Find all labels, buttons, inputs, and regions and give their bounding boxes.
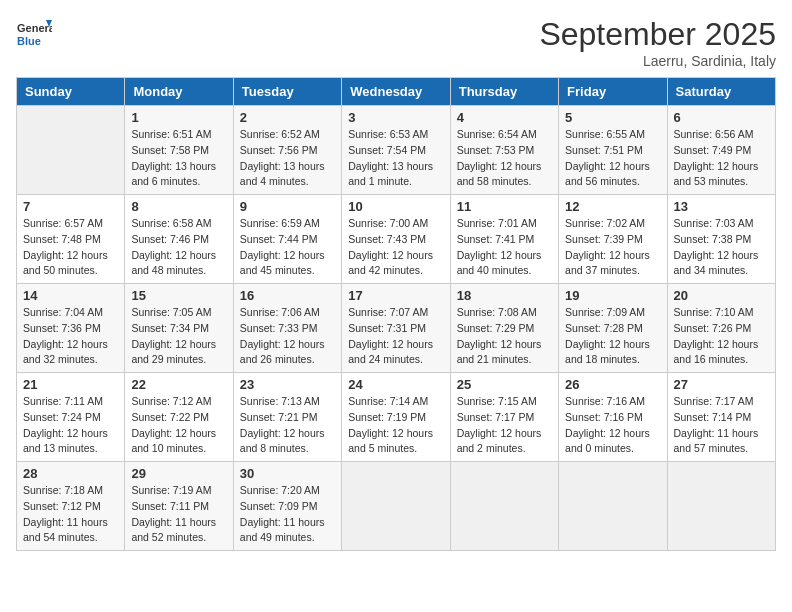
- calendar-cell: 12Sunrise: 7:02 AMSunset: 7:39 PMDayligh…: [559, 195, 667, 284]
- day-info: Sunrise: 6:52 AMSunset: 7:56 PMDaylight:…: [240, 127, 335, 190]
- day-info: Sunrise: 7:17 AMSunset: 7:14 PMDaylight:…: [674, 394, 769, 457]
- day-info: Sunrise: 7:19 AMSunset: 7:11 PMDaylight:…: [131, 483, 226, 546]
- calendar-cell: [17, 106, 125, 195]
- calendar-cell: 9Sunrise: 6:59 AMSunset: 7:44 PMDaylight…: [233, 195, 341, 284]
- calendar-cell: 3Sunrise: 6:53 AMSunset: 7:54 PMDaylight…: [342, 106, 450, 195]
- calendar-cell: 25Sunrise: 7:15 AMSunset: 7:17 PMDayligh…: [450, 373, 558, 462]
- day-number: 27: [674, 377, 769, 392]
- day-number: 2: [240, 110, 335, 125]
- day-number: 14: [23, 288, 118, 303]
- day-info: Sunrise: 7:03 AMSunset: 7:38 PMDaylight:…: [674, 216, 769, 279]
- day-number: 8: [131, 199, 226, 214]
- day-info: Sunrise: 7:06 AMSunset: 7:33 PMDaylight:…: [240, 305, 335, 368]
- header-cell-thursday: Thursday: [450, 78, 558, 106]
- day-info: Sunrise: 7:10 AMSunset: 7:26 PMDaylight:…: [674, 305, 769, 368]
- calendar-cell: 1Sunrise: 6:51 AMSunset: 7:58 PMDaylight…: [125, 106, 233, 195]
- calendar-cell: 18Sunrise: 7:08 AMSunset: 7:29 PMDayligh…: [450, 284, 558, 373]
- day-number: 11: [457, 199, 552, 214]
- calendar-cell: [559, 462, 667, 551]
- calendar-cell: 10Sunrise: 7:00 AMSunset: 7:43 PMDayligh…: [342, 195, 450, 284]
- day-number: 25: [457, 377, 552, 392]
- day-info: Sunrise: 6:53 AMSunset: 7:54 PMDaylight:…: [348, 127, 443, 190]
- header-cell-tuesday: Tuesday: [233, 78, 341, 106]
- calendar-cell: [450, 462, 558, 551]
- calendar-header-row: SundayMondayTuesdayWednesdayThursdayFrid…: [17, 78, 776, 106]
- day-info: Sunrise: 6:58 AMSunset: 7:46 PMDaylight:…: [131, 216, 226, 279]
- day-number: 17: [348, 288, 443, 303]
- svg-text:Blue: Blue: [17, 35, 41, 47]
- calendar-week-row: 7Sunrise: 6:57 AMSunset: 7:48 PMDaylight…: [17, 195, 776, 284]
- calendar-cell: 26Sunrise: 7:16 AMSunset: 7:16 PMDayligh…: [559, 373, 667, 462]
- day-number: 18: [457, 288, 552, 303]
- calendar-cell: 14Sunrise: 7:04 AMSunset: 7:36 PMDayligh…: [17, 284, 125, 373]
- month-title: September 2025: [539, 16, 776, 53]
- calendar-cell: 23Sunrise: 7:13 AMSunset: 7:21 PMDayligh…: [233, 373, 341, 462]
- calendar-cell: 22Sunrise: 7:12 AMSunset: 7:22 PMDayligh…: [125, 373, 233, 462]
- header-cell-saturday: Saturday: [667, 78, 775, 106]
- calendar-cell: 16Sunrise: 7:06 AMSunset: 7:33 PMDayligh…: [233, 284, 341, 373]
- day-number: 13: [674, 199, 769, 214]
- day-number: 4: [457, 110, 552, 125]
- calendar-cell: 19Sunrise: 7:09 AMSunset: 7:28 PMDayligh…: [559, 284, 667, 373]
- day-number: 7: [23, 199, 118, 214]
- calendar-week-row: 28Sunrise: 7:18 AMSunset: 7:12 PMDayligh…: [17, 462, 776, 551]
- day-number: 21: [23, 377, 118, 392]
- header-cell-wednesday: Wednesday: [342, 78, 450, 106]
- calendar-cell: 27Sunrise: 7:17 AMSunset: 7:14 PMDayligh…: [667, 373, 775, 462]
- calendar-cell: 29Sunrise: 7:19 AMSunset: 7:11 PMDayligh…: [125, 462, 233, 551]
- calendar-cell: 11Sunrise: 7:01 AMSunset: 7:41 PMDayligh…: [450, 195, 558, 284]
- calendar-cell: 20Sunrise: 7:10 AMSunset: 7:26 PMDayligh…: [667, 284, 775, 373]
- day-info: Sunrise: 7:00 AMSunset: 7:43 PMDaylight:…: [348, 216, 443, 279]
- day-number: 12: [565, 199, 660, 214]
- calendar-cell: 13Sunrise: 7:03 AMSunset: 7:38 PMDayligh…: [667, 195, 775, 284]
- header-cell-monday: Monday: [125, 78, 233, 106]
- title-block: September 2025 Laerru, Sardinia, Italy: [539, 16, 776, 69]
- day-number: 20: [674, 288, 769, 303]
- svg-text:General: General: [17, 22, 52, 34]
- day-number: 1: [131, 110, 226, 125]
- day-info: Sunrise: 7:12 AMSunset: 7:22 PMDaylight:…: [131, 394, 226, 457]
- day-info: Sunrise: 7:09 AMSunset: 7:28 PMDaylight:…: [565, 305, 660, 368]
- day-number: 15: [131, 288, 226, 303]
- day-info: Sunrise: 7:07 AMSunset: 7:31 PMDaylight:…: [348, 305, 443, 368]
- header-cell-friday: Friday: [559, 78, 667, 106]
- day-number: 23: [240, 377, 335, 392]
- day-number: 26: [565, 377, 660, 392]
- day-info: Sunrise: 7:04 AMSunset: 7:36 PMDaylight:…: [23, 305, 118, 368]
- day-number: 29: [131, 466, 226, 481]
- calendar-cell: 4Sunrise: 6:54 AMSunset: 7:53 PMDaylight…: [450, 106, 558, 195]
- day-number: 28: [23, 466, 118, 481]
- calendar-cell: 30Sunrise: 7:20 AMSunset: 7:09 PMDayligh…: [233, 462, 341, 551]
- day-info: Sunrise: 6:54 AMSunset: 7:53 PMDaylight:…: [457, 127, 552, 190]
- day-number: 16: [240, 288, 335, 303]
- calendar-cell: 28Sunrise: 7:18 AMSunset: 7:12 PMDayligh…: [17, 462, 125, 551]
- day-info: Sunrise: 6:51 AMSunset: 7:58 PMDaylight:…: [131, 127, 226, 190]
- header-cell-sunday: Sunday: [17, 78, 125, 106]
- day-info: Sunrise: 7:14 AMSunset: 7:19 PMDaylight:…: [348, 394, 443, 457]
- day-info: Sunrise: 7:20 AMSunset: 7:09 PMDaylight:…: [240, 483, 335, 546]
- day-number: 10: [348, 199, 443, 214]
- day-info: Sunrise: 6:55 AMSunset: 7:51 PMDaylight:…: [565, 127, 660, 190]
- calendar-cell: 6Sunrise: 6:56 AMSunset: 7:49 PMDaylight…: [667, 106, 775, 195]
- day-number: 22: [131, 377, 226, 392]
- location: Laerru, Sardinia, Italy: [539, 53, 776, 69]
- day-number: 9: [240, 199, 335, 214]
- day-number: 3: [348, 110, 443, 125]
- day-number: 5: [565, 110, 660, 125]
- page-header: General Blue September 2025 Laerru, Sard…: [16, 16, 776, 69]
- day-info: Sunrise: 7:15 AMSunset: 7:17 PMDaylight:…: [457, 394, 552, 457]
- day-info: Sunrise: 6:57 AMSunset: 7:48 PMDaylight:…: [23, 216, 118, 279]
- day-info: Sunrise: 7:13 AMSunset: 7:21 PMDaylight:…: [240, 394, 335, 457]
- calendar-cell: 17Sunrise: 7:07 AMSunset: 7:31 PMDayligh…: [342, 284, 450, 373]
- calendar-week-row: 1Sunrise: 6:51 AMSunset: 7:58 PMDaylight…: [17, 106, 776, 195]
- day-info: Sunrise: 7:01 AMSunset: 7:41 PMDaylight:…: [457, 216, 552, 279]
- day-info: Sunrise: 7:05 AMSunset: 7:34 PMDaylight:…: [131, 305, 226, 368]
- calendar-cell: [342, 462, 450, 551]
- calendar-cell: 5Sunrise: 6:55 AMSunset: 7:51 PMDaylight…: [559, 106, 667, 195]
- logo: General Blue: [16, 16, 52, 52]
- day-info: Sunrise: 6:56 AMSunset: 7:49 PMDaylight:…: [674, 127, 769, 190]
- day-info: Sunrise: 7:11 AMSunset: 7:24 PMDaylight:…: [23, 394, 118, 457]
- day-number: 6: [674, 110, 769, 125]
- calendar-cell: [667, 462, 775, 551]
- calendar-cell: 21Sunrise: 7:11 AMSunset: 7:24 PMDayligh…: [17, 373, 125, 462]
